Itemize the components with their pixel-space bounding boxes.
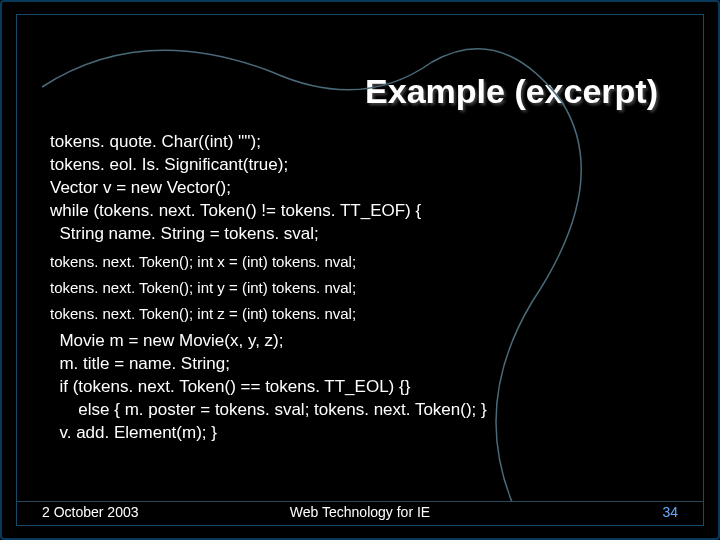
code-line: v. add. Element(m); } <box>50 422 678 445</box>
code-line: tokens. eol. Is. Significant(true); <box>50 154 678 177</box>
code-line: while (tokens. next. Token() != tokens. … <box>50 200 678 223</box>
code-line: tokens. next. Token(); int x = (int) tok… <box>50 252 678 272</box>
footer-divider <box>17 501 703 502</box>
footer-center: Web Technology for IE <box>290 504 430 520</box>
code-line: tokens. next. Token(); int y = (int) tok… <box>50 278 678 298</box>
slide-title: Example (excerpt) <box>42 72 658 111</box>
page-number: 34 <box>662 504 678 520</box>
footer-date: 2 October 2003 <box>42 504 139 520</box>
code-line: Vector v = new Vector(); <box>50 177 678 200</box>
code-line: tokens. next. Token(); int z = (int) tok… <box>50 304 678 324</box>
code-line: tokens. quote. Char((int) '"'); <box>50 131 678 154</box>
slide-container: Example (excerpt) tokens. quote. Char((i… <box>0 0 720 540</box>
code-line: String name. String = tokens. sval; <box>50 223 678 246</box>
code-line: if (tokens. next. Token() == tokens. TT_… <box>50 376 678 399</box>
code-block: tokens. quote. Char((int) '"'); tokens. … <box>50 131 678 445</box>
code-line: Movie m = new Movie(x, y, z); <box>50 330 678 353</box>
code-line: m. title = name. String; <box>50 353 678 376</box>
footer: 2 October 2003 Web Technology for IE 34 <box>42 504 678 520</box>
code-line: else { m. poster = tokens. sval; tokens.… <box>50 399 678 422</box>
